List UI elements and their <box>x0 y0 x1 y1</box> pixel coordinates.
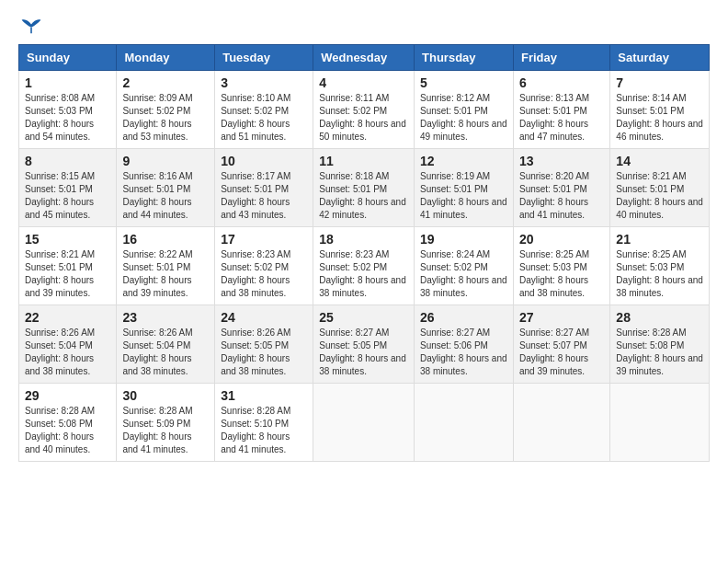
day-number: 1 <box>25 75 110 90</box>
day-info: Sunrise: 8:27 AMSunset: 5:05 PMDaylight:… <box>319 327 408 378</box>
week-row-1: 1Sunrise: 8:08 AMSunset: 5:03 PMDaylight… <box>19 71 710 149</box>
day-number: 18 <box>319 232 408 247</box>
day-info: Sunrise: 8:21 AMSunset: 5:01 PMDaylight:… <box>616 170 703 222</box>
calendar-body: 1Sunrise: 8:08 AMSunset: 5:03 PMDaylight… <box>19 71 710 462</box>
day-info: Sunrise: 8:28 AMSunset: 5:08 PMDaylight:… <box>616 327 703 378</box>
day-info: Sunrise: 8:28 AMSunset: 5:09 PMDaylight:… <box>122 405 209 456</box>
logo <box>18 18 42 35</box>
day-info: Sunrise: 8:26 AMSunset: 5:04 PMDaylight:… <box>25 327 110 378</box>
day-cell <box>513 384 609 462</box>
day-cell: 4Sunrise: 8:11 AMSunset: 5:02 PMDaylight… <box>313 71 415 149</box>
day-cell: 19Sunrise: 8:24 AMSunset: 5:02 PMDayligh… <box>415 227 514 305</box>
day-info: Sunrise: 8:25 AMSunset: 5:03 PMDaylight:… <box>519 248 604 300</box>
day-cell: 21Sunrise: 8:25 AMSunset: 5:03 PMDayligh… <box>610 227 710 305</box>
day-number: 14 <box>616 154 703 168</box>
day-number: 19 <box>420 232 507 247</box>
day-number: 28 <box>616 310 703 325</box>
calendar-table: SundayMondayTuesdayWednesdayThursdayFrid… <box>18 44 710 462</box>
day-number: 22 <box>25 310 110 325</box>
day-cell: 26Sunrise: 8:27 AMSunset: 5:06 PMDayligh… <box>415 305 514 384</box>
day-cell <box>610 384 710 462</box>
day-info: Sunrise: 8:11 AMSunset: 5:02 PMDaylight:… <box>319 92 408 144</box>
day-cell: 14Sunrise: 8:21 AMSunset: 5:01 PMDayligh… <box>610 149 710 227</box>
week-row-2: 8Sunrise: 8:15 AMSunset: 5:01 PMDaylight… <box>19 149 710 227</box>
day-number: 2 <box>122 75 209 90</box>
page-header <box>18 18 710 35</box>
day-number: 9 <box>122 154 209 168</box>
day-cell: 9Sunrise: 8:16 AMSunset: 5:01 PMDaylight… <box>117 149 215 227</box>
header-day-sunday: Sunday <box>19 45 117 71</box>
logo-bird-icon <box>20 18 42 35</box>
day-info: Sunrise: 8:18 AMSunset: 5:01 PMDaylight:… <box>319 170 408 222</box>
day-info: Sunrise: 8:19 AMSunset: 5:01 PMDaylight:… <box>420 170 507 222</box>
week-row-4: 22Sunrise: 8:26 AMSunset: 5:04 PMDayligh… <box>19 305 710 384</box>
day-cell: 16Sunrise: 8:22 AMSunset: 5:01 PMDayligh… <box>117 227 215 305</box>
day-info: Sunrise: 8:12 AMSunset: 5:01 PMDaylight:… <box>420 92 507 144</box>
day-cell: 17Sunrise: 8:23 AMSunset: 5:02 PMDayligh… <box>215 227 313 305</box>
day-info: Sunrise: 8:10 AMSunset: 5:02 PMDaylight:… <box>221 92 307 144</box>
day-number: 25 <box>319 310 408 325</box>
day-number: 5 <box>420 75 507 90</box>
day-info: Sunrise: 8:08 AMSunset: 5:03 PMDaylight:… <box>25 92 110 144</box>
day-number: 7 <box>616 75 703 90</box>
day-number: 24 <box>221 310 307 325</box>
day-cell <box>415 384 514 462</box>
day-cell: 3Sunrise: 8:10 AMSunset: 5:02 PMDaylight… <box>215 71 313 149</box>
day-number: 23 <box>122 310 209 325</box>
day-cell: 13Sunrise: 8:20 AMSunset: 5:01 PMDayligh… <box>513 149 609 227</box>
day-info: Sunrise: 8:28 AMSunset: 5:08 PMDaylight:… <box>25 405 110 456</box>
day-number: 21 <box>616 232 703 247</box>
header-day-tuesday: Tuesday <box>215 45 313 71</box>
day-number: 15 <box>25 232 110 247</box>
day-number: 26 <box>420 310 507 325</box>
header-row: SundayMondayTuesdayWednesdayThursdayFrid… <box>19 45 710 71</box>
header-day-saturday: Saturday <box>610 45 710 71</box>
day-number: 30 <box>122 388 209 403</box>
day-number: 16 <box>122 232 209 247</box>
day-cell: 10Sunrise: 8:17 AMSunset: 5:01 PMDayligh… <box>215 149 313 227</box>
day-number: 20 <box>519 232 604 247</box>
header-day-thursday: Thursday <box>415 45 514 71</box>
day-cell: 20Sunrise: 8:25 AMSunset: 5:03 PMDayligh… <box>513 227 609 305</box>
week-row-5: 29Sunrise: 8:28 AMSunset: 5:08 PMDayligh… <box>19 384 710 462</box>
day-cell: 7Sunrise: 8:14 AMSunset: 5:01 PMDaylight… <box>610 71 710 149</box>
day-cell: 6Sunrise: 8:13 AMSunset: 5:01 PMDaylight… <box>513 71 609 149</box>
day-cell: 1Sunrise: 8:08 AMSunset: 5:03 PMDaylight… <box>19 71 117 149</box>
day-info: Sunrise: 8:25 AMSunset: 5:03 PMDaylight:… <box>616 248 703 300</box>
day-number: 6 <box>519 75 604 90</box>
day-info: Sunrise: 8:20 AMSunset: 5:01 PMDaylight:… <box>519 170 604 222</box>
day-info: Sunrise: 8:09 AMSunset: 5:02 PMDaylight:… <box>122 92 209 144</box>
day-info: Sunrise: 8:27 AMSunset: 5:06 PMDaylight:… <box>420 327 507 378</box>
day-number: 10 <box>221 154 307 168</box>
day-info: Sunrise: 8:24 AMSunset: 5:02 PMDaylight:… <box>420 248 507 300</box>
day-cell: 2Sunrise: 8:09 AMSunset: 5:02 PMDaylight… <box>117 71 215 149</box>
day-number: 17 <box>221 232 307 247</box>
day-cell: 25Sunrise: 8:27 AMSunset: 5:05 PMDayligh… <box>313 305 415 384</box>
day-number: 11 <box>319 154 408 168</box>
day-number: 8 <box>25 154 110 168</box>
day-cell: 30Sunrise: 8:28 AMSunset: 5:09 PMDayligh… <box>117 384 215 462</box>
day-number: 29 <box>25 388 110 403</box>
day-number: 31 <box>221 388 307 403</box>
day-cell: 24Sunrise: 8:26 AMSunset: 5:05 PMDayligh… <box>215 305 313 384</box>
calendar-header: SundayMondayTuesdayWednesdayThursdayFrid… <box>19 45 710 71</box>
day-info: Sunrise: 8:28 AMSunset: 5:10 PMDaylight:… <box>221 405 307 456</box>
day-info: Sunrise: 8:23 AMSunset: 5:02 PMDaylight:… <box>221 248 307 300</box>
week-row-3: 15Sunrise: 8:21 AMSunset: 5:01 PMDayligh… <box>19 227 710 305</box>
header-day-friday: Friday <box>513 45 609 71</box>
day-cell: 11Sunrise: 8:18 AMSunset: 5:01 PMDayligh… <box>313 149 415 227</box>
day-cell: 15Sunrise: 8:21 AMSunset: 5:01 PMDayligh… <box>19 227 117 305</box>
day-cell: 5Sunrise: 8:12 AMSunset: 5:01 PMDaylight… <box>415 71 514 149</box>
day-info: Sunrise: 8:23 AMSunset: 5:02 PMDaylight:… <box>319 248 408 300</box>
day-cell: 12Sunrise: 8:19 AMSunset: 5:01 PMDayligh… <box>415 149 514 227</box>
day-info: Sunrise: 8:14 AMSunset: 5:01 PMDaylight:… <box>616 92 703 144</box>
day-cell: 31Sunrise: 8:28 AMSunset: 5:10 PMDayligh… <box>215 384 313 462</box>
day-number: 13 <box>519 154 604 168</box>
day-info: Sunrise: 8:15 AMSunset: 5:01 PMDaylight:… <box>25 170 110 222</box>
day-info: Sunrise: 8:27 AMSunset: 5:07 PMDaylight:… <box>519 327 604 378</box>
day-cell: 27Sunrise: 8:27 AMSunset: 5:07 PMDayligh… <box>513 305 609 384</box>
day-cell: 23Sunrise: 8:26 AMSunset: 5:04 PMDayligh… <box>117 305 215 384</box>
day-number: 4 <box>319 75 408 90</box>
day-cell: 22Sunrise: 8:26 AMSunset: 5:04 PMDayligh… <box>19 305 117 384</box>
day-cell: 28Sunrise: 8:28 AMSunset: 5:08 PMDayligh… <box>610 305 710 384</box>
